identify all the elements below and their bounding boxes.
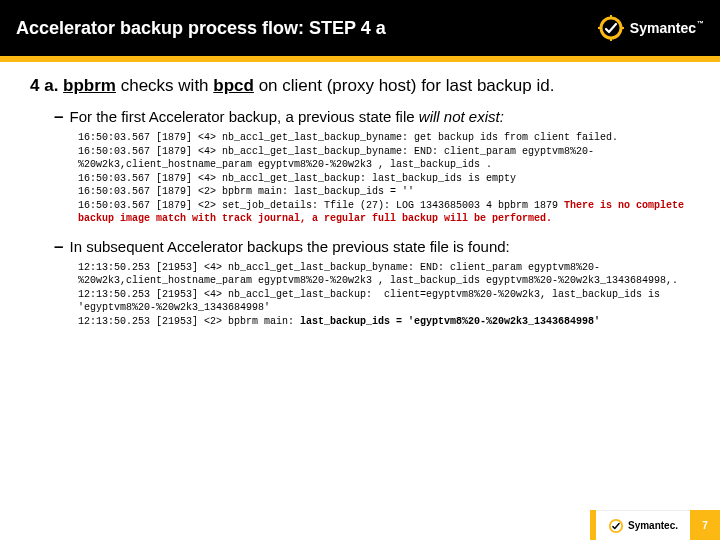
footer-logo: Symantec. [596,510,690,540]
header-bar: Accelerator backup process flow: STEP 4 … [0,0,720,56]
bullet-2-text: In subsequent Accelerator backups the pr… [69,238,690,255]
bullet-1-text: For the first Accelerator backup, a prev… [69,108,690,125]
page-number: 7 [690,510,720,540]
step-term-2: bpcd [213,76,254,95]
slide-content: 4 a. bpbrm checks with bpcd on client (p… [0,62,720,328]
brand-text: Symantec [630,20,696,36]
bullet-dash: – [54,108,63,125]
step-prefix: 4 a. [30,76,63,95]
step-mid-1: checks with [116,76,213,95]
symantec-ring-icon [598,15,624,41]
bullet-2: – In subsequent Accelerator backups the … [54,238,690,255]
step-mid-2: on client (proxy host) for last backup i… [254,76,554,95]
step-heading: 4 a. bpbrm checks with bpcd on client (p… [30,76,690,96]
svg-point-0 [601,18,621,38]
bullet-dash: – [54,238,63,255]
bullet-1: – For the first Accelerator backup, a pr… [54,108,690,125]
footer: Symantec. 7 [590,510,720,540]
log-block-2: 12:13:50.253 [21953] <4> nb_accl_get_las… [78,261,690,329]
step-term-1: bpbrm [63,76,116,95]
page-title: Accelerator backup process flow: STEP 4 … [16,18,386,39]
log-2-highlight: last_backup_ids = 'egyptvm8%20-%20w2k3_1… [300,316,600,327]
symantec-ring-icon [608,518,624,534]
trademark: ™ [697,20,704,27]
footer-brand-text: Symantec. [628,520,678,531]
log-block-1: 16:50:03.567 [1879] <4> nb_accl_get_last… [78,131,690,226]
log-1-plain: 16:50:03.567 [1879] <4> nb_accl_get_last… [78,132,618,211]
brand-logo: Symantec™ [598,15,704,41]
